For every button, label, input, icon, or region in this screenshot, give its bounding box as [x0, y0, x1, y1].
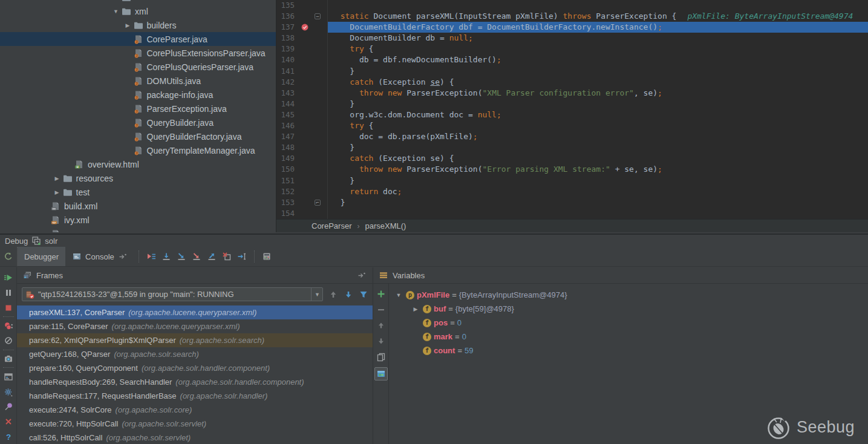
- line-number[interactable]: 139: [276, 44, 295, 54]
- line-number[interactable]: 145: [276, 109, 295, 120]
- breadcrumb-class[interactable]: CoreParser: [312, 221, 351, 230]
- pause-button[interactable]: [0, 286, 16, 301]
- tree-item-coreplusextensionsparser-java[interactable]: JCorePlusExtensionsParser.java: [0, 46, 276, 60]
- step-over-button[interactable]: [159, 249, 174, 264]
- evaluate-expression-button[interactable]: [259, 249, 275, 264]
- scroll-to-frame-icon[interactable]: [357, 270, 367, 280]
- tree-item-querytemplatemanager-java[interactable]: JQueryTemplateManager.java: [0, 143, 276, 157]
- line-number[interactable]: 152: [276, 186, 295, 197]
- frame-location: execute:720, HttpSolrCall: [29, 419, 118, 428]
- tree-item-package-info-java[interactable]: Jpackage-info.java: [0, 88, 276, 102]
- frame-row[interactable]: getQuery:168, QParser(org.apache.solr.se…: [17, 347, 373, 361]
- tree-item-querybuilderfactory-java[interactable]: JQueryBuilderFactory.java: [0, 129, 276, 143]
- frame-row[interactable]: execute:720, HttpSolrCall(org.apache.sol…: [17, 417, 373, 431]
- thread-dump-button[interactable]: [0, 351, 16, 367]
- tree-expander-icon[interactable]: ▶: [51, 175, 63, 181]
- frame-row[interactable]: call:526, HttpSolrCall(org.apache.solr.s…: [17, 431, 373, 444]
- variable-row-buf[interactable]: ▶fbuf={byte[59]@4978}: [389, 302, 868, 316]
- tree-item-xml[interactable]: ▼xml: [0, 4, 276, 18]
- tree-item-resources[interactable]: ▶resources: [0, 171, 276, 185]
- step-into-button[interactable]: [174, 249, 189, 264]
- line-number[interactable]: 143: [276, 88, 295, 99]
- mute-breakpoints-button[interactable]: [0, 333, 16, 348]
- tree-item-coreparser-java[interactable]: JCoreParser.java: [0, 32, 276, 46]
- frame-row[interactable]: parse:115, CoreParser(org.apache.lucene.…: [17, 319, 373, 333]
- line-number[interactable]: 137: [276, 22, 295, 33]
- move-watch-up-button[interactable]: [375, 320, 387, 331]
- thread-selector-dropdown-icon[interactable]: ▼: [311, 288, 320, 301]
- restore-layout-button[interactable]: [0, 369, 16, 384]
- frame-row[interactable]: parse:62, XmlQParserPlugin$XmlQParser(or…: [17, 333, 373, 347]
- duplicate-watch-button[interactable]: [375, 351, 387, 362]
- tree-item[interactable]: <>: [0, 227, 276, 232]
- variable-expander-icon[interactable]: ▼: [394, 292, 403, 298]
- run-to-cursor-button[interactable]: [235, 249, 250, 264]
- line-number[interactable]: 153: [276, 197, 295, 208]
- frames-title: Frames: [36, 271, 63, 280]
- line-number[interactable]: 138: [276, 33, 295, 44]
- line-number[interactable]: 135: [276, 0, 295, 11]
- force-step-into-button[interactable]: [189, 249, 204, 264]
- line-number[interactable]: 151: [276, 175, 295, 186]
- fold-marker-icon[interactable]: −: [315, 13, 321, 19]
- stop-button[interactable]: [0, 300, 16, 315]
- line-number[interactable]: 154: [276, 208, 295, 219]
- line-number[interactable]: 142: [276, 77, 295, 88]
- line-number[interactable]: 149: [276, 153, 295, 164]
- tree-item-domutils-java[interactable]: JDOMUtils.java: [0, 74, 276, 88]
- step-out-button[interactable]: [204, 249, 220, 264]
- tree-item-querybuilder-java[interactable]: JQueryBuilder.java: [0, 116, 276, 129]
- variable-expander-icon[interactable]: ▶: [411, 306, 420, 312]
- line-number[interactable]: 147: [276, 131, 295, 142]
- line-number[interactable]: 150: [276, 164, 295, 175]
- frame-row[interactable]: handleRequest:177, RequestHandlerBase(or…: [17, 389, 373, 403]
- move-watch-down-button[interactable]: [375, 336, 387, 347]
- line-number[interactable]: 140: [276, 54, 295, 65]
- code-area[interactable]: 135136− static Document parseXML(InputSt…: [276, 0, 868, 219]
- show-watches-button[interactable]: [374, 367, 388, 380]
- tree-item-parserexception-java[interactable]: JParserException.java: [0, 102, 276, 116]
- variable-row-pos[interactable]: fpos=0: [389, 316, 868, 330]
- hide-library-frames-button[interactable]: [359, 290, 368, 299]
- tree-item-coreplusqueriesparser-java[interactable]: JCorePlusQueriesParser.java: [0, 60, 276, 74]
- tree-item-build-xml[interactable]: build.xml: [0, 199, 276, 213]
- line-number[interactable]: 141: [276, 66, 295, 77]
- variable-row-count[interactable]: fcount=59: [389, 344, 868, 357]
- drop-frame-button[interactable]: [220, 249, 235, 264]
- fold-marker-icon[interactable]: ⌐: [315, 200, 321, 206]
- tab-console[interactable]: Console: [65, 247, 134, 266]
- tree-item-overview-html[interactable]: Hoverview.html: [0, 157, 276, 171]
- tree-expander-icon[interactable]: ▶: [122, 22, 134, 28]
- line-number[interactable]: 146: [276, 120, 295, 131]
- resume-button[interactable]: [0, 270, 16, 286]
- tree-item-ivy-xml[interactable]: <>ivy.xml: [0, 213, 276, 227]
- next-frame-button[interactable]: [344, 290, 353, 299]
- remove-watch-button[interactable]: [375, 304, 387, 315]
- tree-expander-icon[interactable]: ▶: [51, 189, 63, 195]
- thread-selector[interactable]: "qtp1524126153-23"@1,559 in group "main"…: [22, 287, 323, 301]
- line-number[interactable]: 148: [276, 142, 295, 153]
- settings-button[interactable]: [0, 384, 16, 399]
- frame-row[interactable]: prepare:160, QueryComponent(org.apache.s…: [17, 361, 373, 375]
- pin-button[interactable]: [0, 399, 16, 414]
- line-number[interactable]: 136: [276, 11, 295, 22]
- previous-frame-button[interactable]: [328, 290, 338, 299]
- add-watch-button[interactable]: [375, 289, 387, 299]
- line-number[interactable]: 144: [276, 99, 295, 109]
- show-execution-point-button[interactable]: [144, 249, 159, 264]
- tree-item-builders[interactable]: ▶builders: [0, 18, 276, 32]
- frame-row[interactable]: execute:2474, SolrCore(org.apache.solr.c…: [17, 403, 373, 417]
- frame-row[interactable]: parseXML:137, CoreParser(org.apache.luce…: [17, 305, 373, 319]
- frame-row[interactable]: handleRequestBody:269, SearchHandler(org…: [17, 375, 373, 389]
- help-button[interactable]: ?: [0, 429, 16, 444]
- variable-row-mark[interactable]: fmark=0: [389, 330, 868, 344]
- close-button[interactable]: [0, 414, 16, 429]
- tab-debugger[interactable]: Debugger: [18, 247, 65, 266]
- tree-item[interactable]: [0, 0, 276, 4]
- rerun-button[interactable]: [4, 252, 13, 261]
- variable-row-pXmlFile[interactable]: ▼ppXmlFile={ByteArrayInputStream@4974}: [389, 288, 868, 302]
- breadcrumb-method[interactable]: parseXML(): [365, 221, 406, 230]
- tree-expander-icon[interactable]: ▼: [110, 8, 122, 15]
- tree-item-test[interactable]: ▶test: [0, 185, 276, 199]
- view-breakpoints-button[interactable]: [0, 318, 16, 333]
